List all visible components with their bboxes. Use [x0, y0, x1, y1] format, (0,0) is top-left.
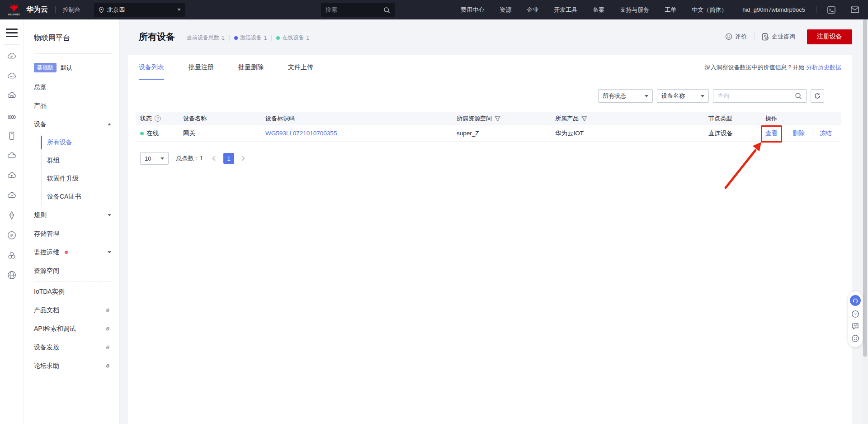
menu-support[interactable]: 支持与服务 [620, 6, 649, 14]
headset-icon [852, 297, 859, 304]
mobile-device-icon[interactable] [7, 131, 17, 141]
sidebar-item-products[interactable]: 产品 [24, 96, 119, 115]
status-filter-select[interactable]: 所有状态 [598, 89, 653, 103]
chevron-down-icon [160, 157, 164, 160]
menu-language[interactable]: 中文（简体） [692, 6, 727, 14]
sidebar-item-monitoring[interactable]: 监控运维 [24, 243, 119, 262]
freeze-action-link[interactable]: 冻结 [820, 129, 832, 138]
chevron-right-icon [240, 156, 245, 161]
chain-link-icon [104, 362, 111, 369]
sidebar-item-rules[interactable]: 规则 [24, 206, 119, 224]
delete-action-link[interactable]: 删除 [793, 129, 805, 138]
beacon-icon[interactable] [7, 210, 17, 220]
account-id[interactable]: hid_g90m7wbmdrp9oc5 [742, 6, 805, 13]
topbar-divider [55, 6, 56, 13]
sidebar-item-overview[interactable]: 总览 [24, 78, 119, 96]
col-resource-space: 所属资源空间 [457, 114, 492, 123]
sidebar-item-forum-help[interactable]: 论坛求助 [24, 357, 119, 375]
col-status: 状态 [140, 114, 152, 123]
region-selector[interactable]: 北京四 [94, 3, 185, 17]
device-stats: 当前设备总数 1 激活设备 1 在线设备 1 [187, 34, 309, 42]
cloud-sync-icon[interactable] [7, 191, 17, 200]
feedback-form-button[interactable] [851, 322, 859, 330]
brand-name[interactable]: 华为云 [26, 5, 48, 14]
svg-text:?: ? [854, 312, 856, 316]
sidebar-dashed-divider [34, 281, 112, 281]
waveform-icon[interactable] [7, 111, 17, 121]
tab-file-upload[interactable]: 文件上传 [288, 55, 313, 79]
support-headset-button[interactable] [850, 295, 861, 306]
scrollbar-thumb[interactable] [863, 19, 867, 357]
sidebar-item-device-provisioning[interactable]: 设备发放 [24, 338, 119, 357]
sidebar-item-api-explorer[interactable]: API检索和调试 [24, 319, 119, 338]
feedback-link[interactable]: 评价 [725, 33, 747, 41]
hamburger-menu-icon[interactable] [6, 29, 18, 37]
register-device-button[interactable]: 注册设备 [807, 29, 852, 44]
sidebar-item-iotda-instances[interactable]: IoTDA实例 [24, 282, 119, 301]
sidebar-item-storage[interactable]: 存储管理 [24, 224, 119, 243]
device-search-input[interactable]: 查询 [713, 89, 807, 103]
help-circle-button[interactable]: ? [851, 310, 859, 318]
console-link[interactable]: 控制台 [63, 6, 80, 14]
sidebar-item-groups[interactable]: 群组 [42, 152, 119, 170]
cli-terminal-icon[interactable] [827, 6, 835, 14]
search-icon [795, 92, 802, 100]
search-icon [383, 7, 390, 14]
location-pin-icon [99, 7, 104, 13]
tab-batch-register[interactable]: 批量注册 [189, 55, 214, 79]
sidebar-item-all-devices[interactable]: 所有设备 [42, 133, 119, 152]
row-product: 华为云IOT [555, 129, 584, 138]
cluster-icon[interactable] [7, 250, 17, 260]
sidebar-item-device-ca-cert[interactable]: 设备CA证书 [42, 188, 119, 206]
menu-devtools[interactable]: 开发工具 [554, 6, 577, 14]
page-scrollbar[interactable] [862, 19, 868, 424]
satisfaction-smiley-button[interactable] [851, 334, 859, 343]
menu-billing[interactable]: 费用中心 [461, 6, 484, 14]
search-field-select[interactable]: 设备名称 [657, 89, 709, 103]
tab-device-list[interactable]: 设备列表 [139, 55, 164, 79]
instance-name: 默认 [61, 64, 72, 72]
sidebar-item-product-docs[interactable]: 产品文档 [24, 301, 119, 319]
action-divider [812, 130, 812, 136]
chevron-up-icon [108, 123, 111, 125]
globe-icon[interactable] [7, 270, 17, 280]
next-page-button[interactable] [240, 155, 247, 162]
current-page-button[interactable]: 1 [223, 153, 234, 164]
menu-enterprise[interactable]: 企业 [527, 6, 538, 14]
tab-batch-delete[interactable]: 批量删除 [238, 55, 264, 79]
analyze-history-link[interactable]: 分析历史数据 [806, 64, 841, 71]
menu-resources[interactable]: 资源 [500, 6, 511, 14]
chevron-left-icon [212, 156, 217, 161]
cloud-upload-icon[interactable] [7, 171, 17, 181]
cloud-icon[interactable] [7, 151, 17, 161]
sidebar-item-resource-spaces[interactable]: 资源空间 [24, 262, 119, 280]
ip-circle-icon[interactable]: IP [7, 230, 17, 240]
filter-funnel-icon[interactable] [581, 116, 587, 122]
cloud-card-icon[interactable] [7, 91, 17, 101]
page-size-select[interactable]: 10 [140, 152, 169, 165]
stat-total-value: 1 [222, 35, 225, 41]
refresh-button[interactable] [811, 89, 824, 103]
total-count-label: 总条数：1 [176, 154, 203, 162]
row-status: 在线 [146, 129, 159, 138]
cloud-server-icon[interactable] [7, 51, 17, 61]
filter-funnel-icon[interactable] [495, 116, 500, 122]
enterprise-consult-link[interactable]: 企业咨询 [762, 33, 795, 41]
menu-icp[interactable]: 备案 [593, 6, 604, 14]
sidebar-item-devices[interactable]: 设备 [24, 115, 119, 133]
huawei-logo[interactable]: HUAWEI [5, 4, 23, 16]
header-divider [754, 33, 755, 40]
chevron-down-icon [108, 251, 111, 253]
device-code-link[interactable]: WG593LL0721010700355 [265, 130, 337, 137]
cloud-ellipsis-icon[interactable] [7, 71, 17, 81]
insight-banner: 深入洞察设备数据中的价值信息？开始 分析历史数据 [704, 55, 841, 79]
prev-page-button[interactable] [211, 155, 218, 162]
view-action-link[interactable]: 查看 [765, 129, 778, 138]
mail-icon[interactable] [851, 6, 859, 13]
menu-ticket[interactable]: 工单 [665, 6, 676, 14]
global-search-input[interactable]: 搜索 [321, 3, 395, 17]
help-circle-icon[interactable]: ? [155, 115, 161, 122]
rail-divider [4, 44, 19, 45]
sidebar-item-firmware-upgrade[interactable]: 软固件升级 [42, 170, 119, 188]
filter-row: 所有状态 设备名称 查询 [598, 89, 824, 103]
